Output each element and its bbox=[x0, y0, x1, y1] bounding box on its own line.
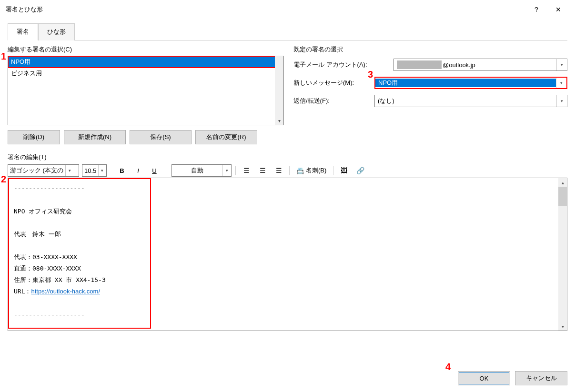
rename-button[interactable]: 名前の変更(R) bbox=[195, 130, 257, 144]
business-card-button[interactable]: 📇 名刺(B) bbox=[293, 164, 329, 177]
scroll-down-icon[interactable]: ▾ bbox=[275, 116, 283, 125]
annotation-2: 2 bbox=[1, 174, 6, 185]
email-blurred bbox=[397, 60, 442, 69]
font-size-select[interactable]: 10.5▾ bbox=[82, 164, 107, 177]
tab-stationery[interactable]: ひな形 bbox=[38, 23, 75, 40]
card-icon: 📇 bbox=[296, 167, 304, 174]
cancel-button[interactable]: キャンセル bbox=[515, 371, 567, 385]
font-family-select[interactable]: 游ゴシック (本文の▾ bbox=[8, 164, 79, 177]
editor-scrollbar[interactable]: ▴ ▾ bbox=[558, 178, 567, 331]
reply-forward-label: 返信/転送(F): bbox=[293, 97, 374, 105]
chevron-down-icon[interactable]: ▾ bbox=[556, 78, 566, 88]
align-center-button[interactable]: ☰ bbox=[256, 164, 269, 177]
font-color-select[interactable]: 自動▾ bbox=[171, 164, 232, 177]
new-button[interactable]: 新規作成(N) bbox=[64, 130, 126, 144]
scroll-thumb[interactable] bbox=[558, 187, 567, 206]
insert-image-button[interactable]: 🖼 bbox=[337, 164, 351, 177]
align-right-button[interactable]: ☰ bbox=[272, 164, 285, 177]
align-left-button[interactable]: ☰ bbox=[240, 164, 253, 177]
signature-item-business[interactable]: ビジネス用 bbox=[8, 68, 283, 79]
email-account-combo[interactable]: @outlook.jp ▾ bbox=[393, 59, 567, 71]
italic-button[interactable]: I bbox=[131, 164, 145, 177]
bold-button[interactable]: B bbox=[115, 164, 129, 177]
reply-forward-value: (なし) bbox=[375, 97, 556, 105]
annotation-1: 1 bbox=[1, 51, 6, 62]
signature-list[interactable]: NPO用 ビジネス用 ▾ bbox=[8, 56, 284, 125]
annotation-3: 3 bbox=[368, 69, 373, 80]
scroll-up-icon[interactable]: ▴ bbox=[558, 178, 567, 187]
tab-signature[interactable]: 署名 bbox=[8, 23, 38, 40]
delete-button[interactable]: 削除(D) bbox=[8, 130, 60, 144]
new-message-combo[interactable]: NPO用 ▾ bbox=[374, 77, 567, 89]
email-account-label: 電子メール アカウント(A): bbox=[293, 60, 374, 69]
underline-button[interactable]: U bbox=[148, 164, 161, 177]
new-message-value: NPO用 bbox=[375, 79, 556, 87]
default-signature-label: 既定の署名の選択 bbox=[293, 45, 567, 54]
insert-link-button[interactable]: 🔗 bbox=[353, 164, 367, 177]
dialog-title: 署名とひな形 bbox=[6, 5, 525, 14]
save-button[interactable]: 保存(S) bbox=[130, 130, 192, 144]
chevron-down-icon[interactable]: ▾ bbox=[556, 95, 567, 107]
ok-button[interactable]: OK bbox=[458, 371, 510, 385]
close-button[interactable]: ✕ bbox=[547, 2, 569, 17]
sig-list-scrollbar[interactable]: ▾ bbox=[275, 56, 283, 125]
signature-item-npo[interactable]: NPO用 bbox=[8, 56, 283, 68]
signature-editor[interactable]: ------------------- NPO オフィス研究会 代表 鈴木 一郎… bbox=[8, 178, 567, 331]
scroll-down-icon[interactable]: ▾ bbox=[558, 322, 567, 331]
help-button[interactable]: ? bbox=[525, 2, 547, 17]
edit-signature-label: 署名の編集(T) bbox=[8, 153, 567, 161]
dialog-titlebar: 署名とひな形 ? ✕ bbox=[0, 0, 575, 19]
format-toolbar: 游ゴシック (本文の▾ 10.5▾ B I U 自動▾ ☰ ☰ ☰ 📇 名刺(B… bbox=[8, 164, 567, 177]
new-message-label: 新しいメッセージ(M): bbox=[293, 79, 374, 87]
reply-forward-combo[interactable]: (なし) ▾ bbox=[374, 95, 567, 107]
chevron-down-icon[interactable]: ▾ bbox=[556, 59, 567, 70]
tab-strip: 署名 ひな形 bbox=[8, 23, 567, 40]
email-account-value: @outlook.jp bbox=[443, 61, 475, 69]
select-signature-label: 編集する署名の選択(C) bbox=[8, 45, 284, 54]
annotation-4: 4 bbox=[445, 362, 451, 372]
